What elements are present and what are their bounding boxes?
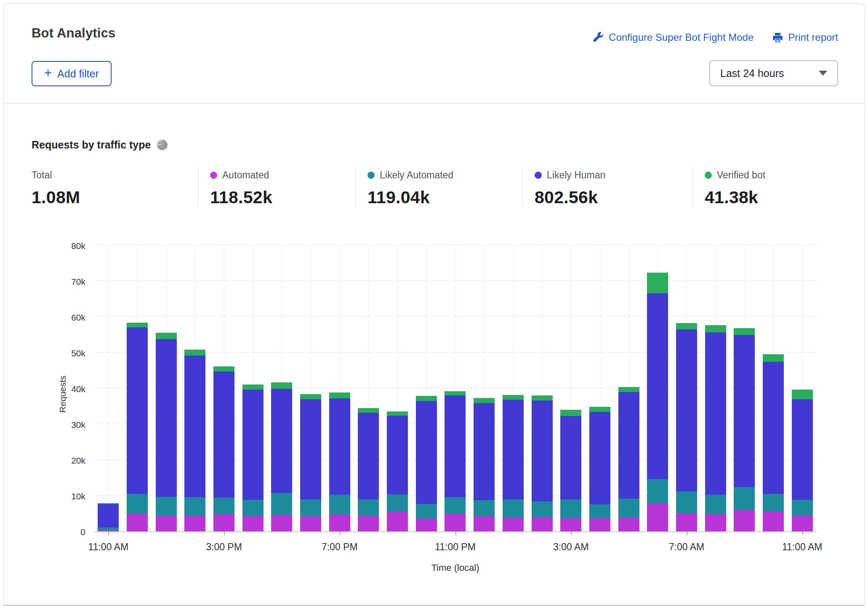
segment-likely-human[interactable] [387,416,408,494]
segment-likely-human[interactable] [242,390,264,500]
stacked-bar[interactable] [560,410,581,531]
segment-likely-human[interactable] [271,389,292,493]
segment-automated[interactable] [358,516,379,531]
segment-automated[interactable] [734,510,755,531]
segment-likely-human[interactable] [445,395,466,497]
segment-likely-automated[interactable] [589,504,610,517]
segment-likely-human[interactable] [503,400,524,499]
segment-likely-human[interactable] [763,362,784,494]
segment-likely-human[interactable] [213,371,234,498]
segment-verified-bot[interactable] [705,325,726,332]
stacked-bar[interactable] [445,391,466,531]
segment-verified-bot[interactable] [734,328,755,335]
segment-likely-human[interactable] [184,355,205,497]
segment-likely-automated[interactable] [560,499,581,517]
stacked-bar[interactable] [127,323,148,531]
segment-likely-automated[interactable] [705,495,726,514]
segment-automated[interactable] [416,518,437,531]
segment-likely-human[interactable] [532,400,553,501]
segment-likely-human[interactable] [156,339,177,497]
stacked-bar[interactable] [503,395,524,531]
segment-likely-human[interactable] [647,293,668,479]
segment-likely-human[interactable] [618,392,639,499]
stacked-bar[interactable] [705,325,726,531]
segment-automated[interactable] [474,516,495,531]
segment-likely-human[interactable] [589,412,610,504]
segment-likely-human[interactable] [329,398,350,495]
segment-verified-bot[interactable] [242,385,264,390]
segment-automated[interactable] [705,514,726,531]
segment-likely-human[interactable] [560,416,581,499]
configure-super-bot-fight-mode-link[interactable]: Configure Super Bot Fight Mode [593,32,754,43]
segment-automated[interactable] [242,516,264,531]
stacked-bar[interactable] [300,394,321,531]
segment-likely-human[interactable] [358,413,379,499]
stacked-bar[interactable] [618,387,639,531]
segment-likely-human[interactable] [792,399,813,500]
segment-verified-bot[interactable] [445,391,466,395]
segment-likely-automated[interactable] [184,497,205,516]
segment-likely-human[interactable] [705,332,726,495]
segment-verified-bot[interactable] [763,354,784,362]
segment-automated[interactable] [532,517,553,531]
segment-automated[interactable] [300,516,321,531]
segment-automated[interactable] [618,517,639,531]
segment-likely-automated[interactable] [445,497,466,514]
add-filter-button[interactable]: + Add filter [32,61,112,86]
segment-automated[interactable] [127,514,148,532]
stacked-bar[interactable] [589,407,610,531]
segment-automated[interactable] [271,515,292,531]
segment-likely-human[interactable] [676,329,697,491]
segment-likely-automated[interactable] [763,494,784,512]
segment-likely-automated[interactable] [213,498,234,514]
segment-likely-automated[interactable] [300,499,321,517]
time-range-select[interactable]: Last 24 hours [709,60,838,86]
stacked-bar[interactable] [271,382,292,531]
segment-likely-automated[interactable] [792,500,813,515]
stacked-bar[interactable] [184,350,205,531]
stacked-bar[interactable] [329,393,350,531]
segment-automated[interactable] [156,516,177,531]
segment-verified-bot[interactable] [474,398,495,403]
segment-verified-bot[interactable] [300,394,321,399]
segment-verified-bot[interactable] [792,390,813,399]
stacked-bar[interactable] [358,408,379,531]
stacked-bar[interactable] [387,411,408,531]
segment-verified-bot[interactable] [503,395,524,400]
stacked-bar[interactable] [792,390,813,531]
print-report-link[interactable]: Print report [772,32,838,43]
segment-automated[interactable] [329,515,350,531]
segment-verified-bot[interactable] [676,323,697,329]
segment-verified-bot[interactable] [387,411,408,415]
segment-automated[interactable] [184,516,205,531]
segment-automated[interactable] [560,518,581,531]
segment-verified-bot[interactable] [184,350,205,355]
segment-verified-bot[interactable] [532,395,553,400]
segment-likely-automated[interactable] [618,499,639,517]
segment-automated[interactable] [676,513,697,531]
segment-verified-bot[interactable] [560,410,581,416]
segment-likely-automated[interactable] [271,493,292,515]
segment-verified-bot[interactable] [329,393,350,398]
segment-automated[interactable] [503,517,524,531]
segment-automated[interactable] [445,514,466,531]
segment-automated[interactable] [763,512,784,531]
stacked-bar[interactable] [213,366,234,531]
segment-likely-automated[interactable] [127,494,148,514]
segment-likely-human[interactable] [98,504,119,527]
segment-likely-automated[interactable] [387,494,408,512]
segment-automated[interactable] [213,514,234,531]
stacked-bar[interactable] [416,396,437,531]
segment-likely-automated[interactable] [647,479,668,504]
stacked-bar[interactable] [647,273,668,531]
segment-automated[interactable] [387,512,408,531]
stacked-bar[interactable] [676,323,697,531]
segment-likely-automated[interactable] [503,499,524,517]
segment-likely-automated[interactable] [242,500,264,515]
segment-likely-human[interactable] [416,401,437,504]
segment-likely-human[interactable] [734,335,755,487]
segment-verified-bot[interactable] [589,407,610,412]
segment-likely-automated[interactable] [474,500,495,516]
segment-likely-automated[interactable] [156,497,177,516]
segment-verified-bot[interactable] [647,273,668,293]
